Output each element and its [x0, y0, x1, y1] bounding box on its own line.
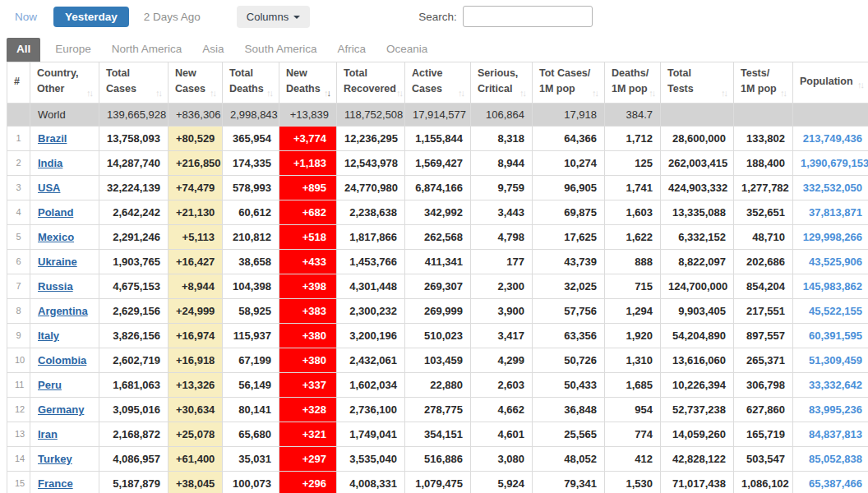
cell-new_deaths: +297 [279, 446, 337, 471]
country-row: 8Argentina2,629,156+24,99958,925+3832,30… [7, 298, 868, 323]
population-link[interactable]: 37,813,871 [809, 206, 862, 219]
country-row: 11Peru1,681,063+13,32656,149+3371,602,03… [7, 372, 868, 397]
col-header-new_cases[interactable]: NewCases↑↓ [169, 62, 223, 104]
population-link[interactable]: 60,391,595 [809, 329, 862, 342]
population-link[interactable]: 84,837,813 [809, 428, 862, 440]
cell-population: 85,052,838 [793, 446, 868, 471]
country-link[interactable]: Iran [38, 428, 58, 440]
cell-total_tests: 42,828,122 [661, 446, 734, 471]
col-header-total_recovered[interactable]: TotalRecovered↑↓ [337, 62, 405, 104]
population-link[interactable]: 213,749,436 [803, 132, 862, 145]
cell-new_deaths: +383 [279, 298, 337, 323]
cell-country: Peru [30, 372, 99, 397]
tab-oceania[interactable]: Oceania [386, 43, 427, 62]
two-days-ago-button[interactable]: 2 Days Ago [144, 11, 201, 23]
country-link[interactable]: India [38, 157, 62, 169]
country-link[interactable]: Peru [38, 379, 62, 391]
country-link[interactable]: Italy [38, 329, 59, 342]
caret-down-icon [293, 16, 300, 19]
cell-total_tests: 54,204,890 [661, 323, 734, 348]
population-link[interactable]: 85,052,838 [809, 453, 862, 465]
country-link[interactable]: USA [38, 182, 60, 194]
population-link[interactable]: 65,387,466 [809, 477, 862, 490]
cell-tests_per_1m: 217,551 [734, 298, 793, 323]
cell-serious_critical: 2,603 [471, 372, 533, 397]
col-header-deaths_per_1m[interactable]: Deaths/1M pop↑↓ [605, 62, 661, 104]
country-link[interactable]: Ukraine [38, 256, 77, 268]
country-link[interactable]: Poland [38, 206, 73, 219]
cell-total_deaths: 65,680 [223, 422, 279, 446]
country-link[interactable]: France [38, 477, 73, 490]
tab-asia[interactable]: Asia [202, 43, 224, 62]
cell-new_deaths: +433 [279, 249, 337, 274]
country-link[interactable]: Germany [38, 403, 84, 416]
cell-total_recovered: 2,736,100 [337, 397, 405, 422]
cell-new_deaths: +682 [279, 200, 337, 224]
cell-total_cases: 2,642,242 [99, 200, 169, 224]
col-header-tests_per_1m[interactable]: Tests/1M pop↑↓ [734, 62, 793, 104]
col-header-new_deaths[interactable]: NewDeaths↑↓ [279, 62, 337, 104]
population-link[interactable]: 129,998,266 [803, 231, 862, 243]
country-link[interactable]: Argentina [38, 305, 88, 317]
population-link[interactable]: 1,390,679,153 [801, 157, 868, 169]
sort-arrows-icon: ↑↓ [721, 88, 728, 98]
cell-rank: 14 [7, 446, 30, 471]
population-link[interactable]: 83,995,236 [809, 403, 862, 416]
population-link[interactable]: 145,983,862 [803, 280, 862, 293]
cell-total_tests: 10,226,394 [661, 372, 734, 397]
cell-total_cases: 14,287,740 [99, 150, 169, 175]
cell-cases_per_1m: 96,905 [533, 175, 605, 200]
cell-cases_per_1m: 17,625 [533, 224, 605, 249]
cell-rank: 2 [7, 150, 30, 175]
search-input[interactable] [463, 6, 593, 27]
cell-total_recovered: 3,200,196 [337, 323, 405, 348]
country-link[interactable]: Mexico [38, 231, 74, 243]
country-link[interactable]: Brazil [38, 132, 67, 145]
col-header-total_cases[interactable]: TotalCases↑↓ [99, 62, 169, 104]
cell-serious_critical: 177 [471, 249, 533, 274]
search-group: Search: [418, 6, 593, 27]
col-header-active_cases[interactable]: ActiveCases↑↓ [405, 62, 471, 104]
cell-total_recovered: 2,300,232 [337, 298, 405, 323]
col-header-serious_critical[interactable]: Serious,Critical↑↓ [471, 62, 533, 104]
col-header-label: Deaths/1M pop [612, 66, 649, 98]
columns-label: Columns [247, 11, 289, 23]
tab-north-america[interactable]: North America [112, 43, 182, 62]
now-button[interactable]: Now [15, 11, 37, 23]
cell-total_deaths: 60,612 [223, 200, 279, 224]
cell-tests_per_1m: 265,371 [734, 348, 793, 372]
cell-new_deaths: +398 [279, 274, 337, 298]
col-header-cases_per_1m[interactable]: Tot Cases/1M pop↑↓ [533, 62, 605, 104]
cell-new_deaths: +1,183 [279, 150, 337, 175]
cell-rank: 3 [7, 175, 30, 200]
cell-active_cases: 342,992 [405, 200, 471, 224]
cell-total_cases: 2,291,246 [99, 224, 169, 249]
col-header-total_deaths[interactable]: TotalDeaths↑↓ [223, 62, 279, 104]
population-link[interactable]: 43,525,906 [809, 256, 862, 268]
cell-tests_per_1m: 854,204 [734, 274, 793, 298]
country-row: 14Turkey4,086,957+61,40035,031+2973,535,… [7, 446, 868, 471]
country-link[interactable]: Colombia [38, 354, 86, 366]
population-link[interactable]: 33,332,642 [809, 379, 862, 391]
cell-rank: 8 [7, 298, 30, 323]
population-link[interactable]: 332,532,050 [803, 182, 862, 194]
tab-all[interactable]: All [7, 38, 40, 62]
country-link[interactable]: Turkey [38, 453, 72, 465]
cell-total_cases: 13,758,093 [99, 126, 169, 150]
cell-tests_per_1m: 627,860 [734, 397, 793, 422]
tab-europe[interactable]: Europe [55, 43, 91, 62]
tab-africa[interactable]: Africa [337, 43, 366, 62]
col-header-country[interactable]: Country,Other↑↓ [30, 62, 99, 104]
col-header-total_tests[interactable]: TotalTests↑↓ [661, 62, 734, 104]
country-link[interactable]: Russia [38, 280, 73, 293]
columns-dropdown-button[interactable]: Columns [237, 6, 310, 28]
cell-active_cases: 278,775 [405, 397, 471, 422]
population-link[interactable]: 45,522,155 [809, 305, 862, 317]
cell-cases_per_1m: 50,726 [533, 348, 605, 372]
col-header-population[interactable]: Population↑↓ [793, 62, 868, 104]
cell-rank: 15 [7, 471, 30, 493]
search-label: Search: [418, 11, 457, 23]
yesterday-button[interactable]: Yesterday [53, 7, 129, 27]
population-link[interactable]: 51,309,459 [809, 354, 862, 366]
tab-south-america[interactable]: South America [245, 43, 317, 62]
